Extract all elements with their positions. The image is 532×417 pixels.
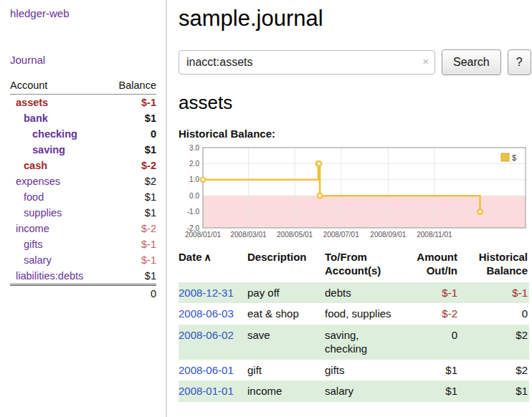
register-row: 2008-06-02savesaving, checking0$2 <box>179 325 529 360</box>
sidebar-account-assets[interactable]: assets <box>10 97 48 108</box>
sidebar-account-income[interactable]: income <box>10 223 49 234</box>
account-balance: $1 <box>107 110 156 126</box>
clear-search-icon[interactable]: × <box>422 56 429 67</box>
register-header-description: Description <box>247 249 325 282</box>
transaction-date-link[interactable]: 2008-06-01 <box>179 364 234 376</box>
sort-ascending-icon: ∧ <box>204 251 212 263</box>
data-point-marker <box>201 178 206 183</box>
account-row: assets$-1 <box>10 95 156 111</box>
account-balance: $-1 <box>107 252 156 268</box>
data-point-marker <box>317 161 322 166</box>
account-row: saving$1 <box>10 142 156 158</box>
help-button[interactable]: ? <box>508 49 531 75</box>
transaction-description: pay off <box>247 282 325 304</box>
transaction-accounts: debts <box>325 282 401 304</box>
account-balance: $-1 <box>107 236 156 252</box>
transaction-accounts: saving, checking <box>325 325 401 360</box>
register-header-row: Date∧ Description To/From Account(s) Amo… <box>179 249 529 282</box>
accounts-header-row: Account Balance <box>10 78 156 95</box>
transaction-description: eat & shop <box>247 303 325 325</box>
header-line: Amount <box>401 251 457 264</box>
sidebar-account-food[interactable]: food <box>10 191 44 203</box>
transaction-date-link[interactable]: 2008-06-02 <box>179 329 234 341</box>
svg-text:2008/03/01: 2008/03/01 <box>230 231 266 239</box>
svg-text:0.0: 0.0 <box>189 192 199 200</box>
sidebar-account-liabilities-debts[interactable]: liabilities:debts <box>10 270 83 282</box>
accounts-header-account: Account <box>10 78 107 95</box>
transaction-date-link[interactable]: 2008-12-31 <box>179 287 234 299</box>
register-header-amount: Amount Out/In <box>401 249 463 282</box>
sidebar-account-gifts[interactable]: gifts <box>10 239 43 250</box>
transaction-date: 2008-06-01 <box>179 360 247 381</box>
account-balance: $-1 <box>107 95 156 111</box>
header-line: Out/In <box>401 264 457 278</box>
register-row: 2008-01-01incomesalary$1$1 <box>179 380 529 402</box>
sidebar-account-bank[interactable]: bank <box>10 112 48 124</box>
sidebar-account-expenses[interactable]: expenses <box>10 176 60 187</box>
chart-title: Historical Balance: <box>179 128 531 140</box>
accounts-table: Account Balance assets$-1bank$1checking0… <box>10 78 156 302</box>
legend-label: $ <box>512 153 516 162</box>
sidebar-account-salary[interactable]: salary <box>10 254 52 266</box>
transaction-amount: $-1 <box>401 282 463 304</box>
search-box: × <box>179 50 435 75</box>
svg-text:-1.0: -1.0 <box>187 208 200 216</box>
svg-text:2008/05/01: 2008/05/01 <box>277 231 313 239</box>
app-title-link[interactable]: hledger-web <box>10 7 156 19</box>
transaction-balance: $1 <box>463 380 529 402</box>
header-line: Account(s) <box>325 264 395 278</box>
account-balance: $1 <box>107 268 156 285</box>
account-balance: $-2 <box>107 158 156 173</box>
transaction-accounts: food, supplies <box>325 303 401 325</box>
account-heading: assets <box>179 92 531 114</box>
search-bar: × Search ? <box>179 49 531 75</box>
page-title: sample.journal <box>179 6 531 32</box>
transaction-amount: $-2 <box>401 303 463 325</box>
account-balance: $1 <box>107 205 156 221</box>
search-button[interactable]: Search <box>442 49 501 75</box>
transaction-accounts: gifts <box>325 360 401 381</box>
account-balance: $-2 <box>107 221 156 236</box>
sidebar-account-supplies[interactable]: supplies <box>10 207 62 219</box>
account-row: salary$-1 <box>10 252 156 268</box>
transaction-date: 2008-01-01 <box>179 380 247 402</box>
transaction-date: 2008-12-31 <box>179 282 247 304</box>
accounts-total-value: 0 <box>107 285 156 302</box>
balance-chart: 3.02.01.00.0-1.0-2.02008/01/012008/03/01… <box>179 144 528 240</box>
transaction-balance: 0 <box>463 303 529 325</box>
register-row: 2008-12-31pay offdebts$-1$-1 <box>179 282 529 304</box>
register-header-date[interactable]: Date∧ <box>179 249 247 282</box>
sidebar: hledger-web Journal Account Balance asse… <box>0 0 167 417</box>
account-balance: $1 <box>107 142 156 158</box>
transaction-amount: $1 <box>401 380 463 402</box>
main-content: sample.journal × Search ? assets Histori… <box>167 0 532 417</box>
register-header-date-label: Date <box>179 251 202 263</box>
header-line: Balance <box>463 264 528 278</box>
register-row: 2008-06-03eat & shopfood, supplies$-20 <box>179 303 529 325</box>
transaction-balance: $2 <box>463 325 529 360</box>
transaction-description: save <box>247 325 325 360</box>
register-header-account: To/From Account(s) <box>325 249 401 282</box>
search-input[interactable] <box>179 50 435 75</box>
transaction-description: income <box>247 380 325 402</box>
sidebar-account-saving[interactable]: saving <box>10 144 65 155</box>
page: hledger-web Journal Account Balance asse… <box>0 0 532 417</box>
account-row: liabilities:debts$1 <box>10 268 156 285</box>
sidebar-account-cash[interactable]: cash <box>10 160 47 171</box>
transaction-accounts: salary <box>325 380 401 402</box>
transaction-balance: $2 <box>463 360 529 381</box>
sidebar-account-checking[interactable]: checking <box>10 128 77 140</box>
svg-text:2008/07/01: 2008/07/01 <box>323 231 359 239</box>
register-table: Date∧ Description To/From Account(s) Amo… <box>179 249 529 402</box>
account-row: income$-2 <box>10 221 156 236</box>
transaction-amount: 0 <box>401 325 463 360</box>
transaction-date-link[interactable]: 2008-06-03 <box>179 307 234 320</box>
register-header-balance: Historical Balance <box>463 249 529 282</box>
legend-swatch <box>501 153 509 161</box>
account-row: food$1 <box>10 189 156 205</box>
svg-text:2008/01/01: 2008/01/01 <box>185 231 221 239</box>
svg-text:3.0: 3.0 <box>189 144 199 152</box>
transaction-date-link[interactable]: 2008-01-01 <box>179 385 234 397</box>
sidebar-item-journal[interactable]: Journal <box>10 54 45 66</box>
transaction-amount: $1 <box>401 360 463 381</box>
